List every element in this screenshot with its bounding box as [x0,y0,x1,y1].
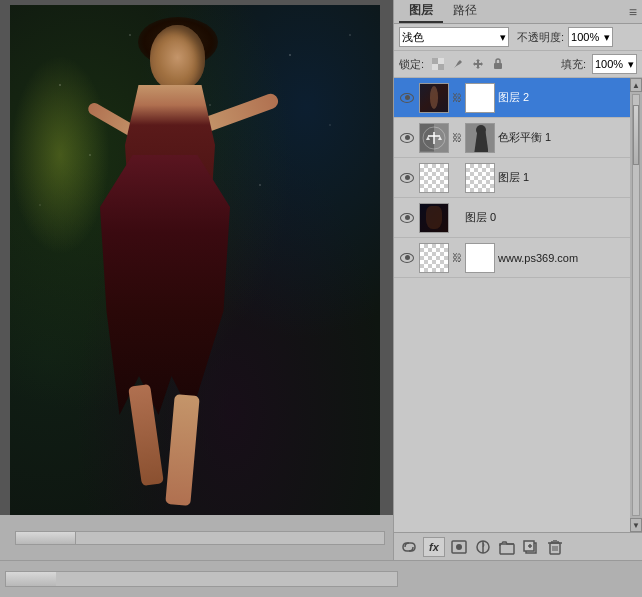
opacity-label: 不透明度: [517,30,564,45]
blend-mode-value: 浅色 [402,30,424,45]
layer1-thumb [420,164,448,192]
svg-rect-3 [432,64,438,70]
layer-visibility-toggle[interactable] [398,169,416,187]
panel-tabs: 图层 路径 ≡ [394,0,642,24]
lock-row: 锁定: [394,51,642,78]
layer-item[interactable]: ⛓ www.ps369.com [394,238,630,278]
eye-icon [400,253,414,263]
figure-arm-right [200,92,280,133]
bottom-bar [0,560,642,597]
layer-visibility-toggle[interactable] [398,89,416,107]
mask-thumb-white [466,244,494,272]
eye-icon [400,133,414,143]
layer-thumbnail [419,243,449,273]
layer-thumbnail [419,163,449,193]
layer-name: 图层 2 [498,90,626,105]
lock-transparent-button[interactable] [430,56,446,72]
layer2-thumb-image [420,84,448,112]
canvas-area [0,0,393,560]
blend-mode-row: 浅色 ▾ 不透明度: 100% ▾ [394,24,642,51]
opacity-value: 100% [571,31,599,43]
svg-rect-0 [432,58,438,64]
layer-item[interactable]: 图层 1 [394,158,630,198]
figure-head [150,25,205,90]
scrollbar-track[interactable] [632,94,640,516]
layer-item[interactable]: ⛓ 图层 2 [394,78,630,118]
layers-panel: 图层 路径 ≡ 浅色 ▾ 不透明度: 100% ▾ 锁定: [393,0,642,560]
figure [70,25,270,505]
layer-link-icon [452,212,462,224]
layer0-thumb [420,204,448,232]
eye-icon [400,213,414,223]
scroll-down-button[interactable]: ▼ [630,518,642,532]
layer-link-icon [452,172,462,184]
layer-name: www.ps369.com [498,252,626,264]
mask-thumb-white [466,84,494,112]
layers-list: ⛓ 图层 2 [394,78,630,532]
tab-layers[interactable]: 图层 [399,0,443,23]
layer-visibility-toggle[interactable] [398,249,416,267]
eye-icon [400,173,414,183]
lock-pixels-button[interactable] [450,56,466,72]
lock-position-button[interactable] [470,56,486,72]
add-mask-button[interactable] [449,537,469,557]
panel-menu-button[interactable]: ≡ [629,4,637,20]
layers-scrollbar[interactable]: ▲ ▼ [630,78,642,532]
layer-thumbnail [419,203,449,233]
layer-thumbnail [419,83,449,113]
svg-rect-2 [438,58,444,64]
figure-dress [100,155,230,415]
blend-mode-dropdown-arrow: ▾ [500,31,506,44]
mask-thumb-checker [466,164,494,192]
fx-label: fx [429,541,439,553]
layer-mask-thumbnail [465,83,495,113]
adjustment-layer-icon [419,123,449,153]
layer-mask-thumbnail [465,123,495,153]
ps369-thumb [420,244,448,272]
layer-item[interactable]: 图层 0 [394,198,630,238]
eye-icon [400,93,414,103]
fill-value: 100% [595,58,623,70]
new-group-button[interactable] [497,537,517,557]
svg-point-9 [456,544,462,550]
opacity-input[interactable]: 100% ▾ [568,27,613,47]
svg-rect-1 [438,64,444,70]
layer-actions-bar: fx [394,532,642,560]
layer-name: 图层 0 [465,210,626,225]
new-layer-button[interactable] [521,537,541,557]
canvas-image [10,5,380,515]
fill-arrow: ▾ [628,58,634,71]
tab-paths[interactable]: 路径 [443,0,487,23]
layer-item[interactable]: ⛓ 色彩平衡 1 [394,118,630,158]
layer-name: 图层 1 [498,170,626,185]
lock-label: 锁定: [399,57,424,72]
svg-rect-11 [500,544,514,554]
opacity-arrow: ▾ [604,31,610,44]
layer-mask-thumbnail [465,163,495,193]
scrollbar-thumb[interactable] [633,105,639,165]
new-adjustment-layer-button[interactable] [473,537,493,557]
layer-link-icon: ⛓ [452,92,462,104]
lock-icons-group [430,56,506,72]
layer-link-icon: ⛓ [452,252,462,264]
scroll-up-button[interactable]: ▲ [630,78,642,92]
layers-panel-content: ⛓ 图层 2 [394,78,642,532]
layer-mask-thumbnail [465,243,495,273]
blend-mode-select[interactable]: 浅色 ▾ [399,27,509,47]
layer-visibility-toggle[interactable] [398,129,416,147]
link-layers-button[interactable] [399,537,419,557]
layer-link-icon: ⛓ [452,132,462,144]
svg-rect-4 [494,63,502,69]
lock-all-button[interactable] [490,56,506,72]
delete-layer-button[interactable] [545,537,565,557]
fill-input[interactable]: 100% ▾ [592,54,637,74]
fill-label: 填充: [561,57,586,72]
figure-leg-right [165,394,199,506]
layer-name: 色彩平衡 1 [498,130,626,145]
layer-visibility-toggle[interactable] [398,209,416,227]
fx-button[interactable]: fx [423,537,445,557]
